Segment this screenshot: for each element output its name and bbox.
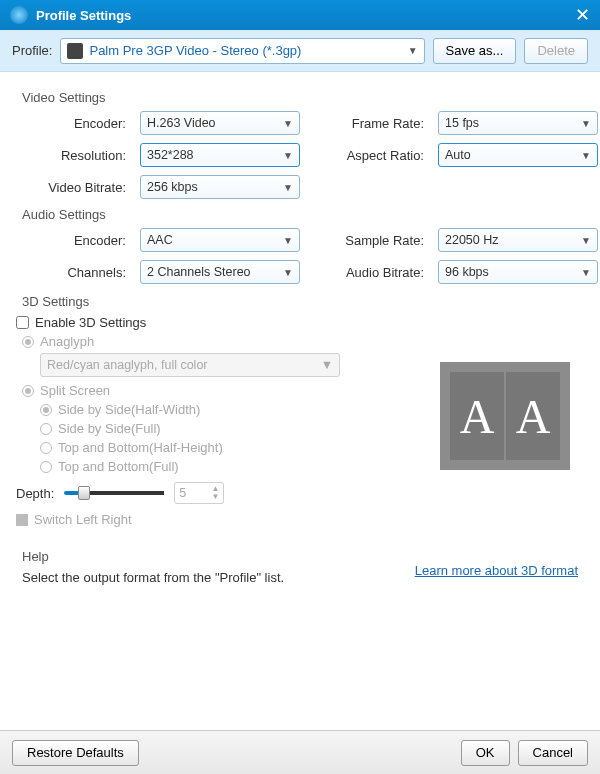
profile-value: Palm Pre 3GP Video - Stereo (*.3gp) [89, 43, 401, 58]
radio-icon [40, 461, 52, 473]
chevron-down-icon: ▼ [581, 150, 591, 161]
radio-icon [40, 442, 52, 454]
framerate-select[interactable]: 15 fps▼ [438, 111, 598, 135]
video-bitrate-select[interactable]: 256 kbps▼ [140, 175, 300, 199]
resolution-select[interactable]: 352*288▼ [140, 143, 300, 167]
channels-select[interactable]: 2 Channels Stereo▼ [140, 260, 300, 284]
profile-row: Profile: Palm Pre 3GP Video - Stereo (*.… [0, 30, 600, 72]
content: Video Settings Encoder: H.263 Video▼ Fra… [0, 72, 600, 730]
depth-spinner: 5▲▼ [174, 482, 224, 504]
enable-3d-input[interactable] [16, 316, 29, 329]
chevron-down-icon: ▼ [581, 267, 591, 278]
chevron-down-icon: ▼ [581, 235, 591, 246]
delete-button: Delete [524, 38, 588, 64]
enable-3d-checkbox[interactable]: Enable 3D Settings [16, 315, 584, 330]
footer: Restore Defaults OK Cancel [0, 730, 600, 774]
chevron-down-icon: ▼ [283, 267, 293, 278]
profile-label: Profile: [12, 43, 52, 58]
audio-encoder-label: Encoder: [16, 233, 126, 248]
video-encoder-select[interactable]: H.263 Video▼ [140, 111, 300, 135]
audio-section-title: Audio Settings [22, 207, 584, 222]
resolution-label: Resolution: [16, 148, 126, 163]
anaglyph-mode-select: Red/cyan anaglyph, full color▼ [40, 353, 340, 377]
video-section-title: Video Settings [22, 90, 584, 105]
profile-select[interactable]: Palm Pre 3GP Video - Stereo (*.3gp) ▼ [60, 38, 424, 64]
samplerate-label: Sample Rate: [314, 233, 424, 248]
framerate-label: Frame Rate: [314, 116, 424, 131]
device-icon [67, 43, 83, 59]
switch-lr-checkbox: Switch Left Right [16, 512, 584, 527]
chevron-down-icon: ▼ [283, 235, 293, 246]
aspect-label: Aspect Ratio: [314, 148, 424, 163]
channels-label: Channels: [16, 265, 126, 280]
anaglyph-radio: Anaglyph [22, 334, 584, 349]
depth-label: Depth: [16, 486, 54, 501]
ok-button[interactable]: OK [461, 740, 510, 766]
3d-section-title: 3D Settings [22, 294, 584, 309]
slider-knob[interactable] [78, 486, 90, 500]
radio-icon [40, 404, 52, 416]
radio-icon [22, 336, 34, 348]
chevron-down-icon: ▼ [581, 118, 591, 129]
radio-icon [22, 385, 34, 397]
audio-encoder-select[interactable]: AAC▼ [140, 228, 300, 252]
learn-more-link[interactable]: Learn more about 3D format [415, 563, 578, 578]
radio-icon [40, 423, 52, 435]
audio-bitrate-select[interactable]: 96 kbps▼ [438, 260, 598, 284]
chevron-down-icon: ▼ [321, 358, 333, 372]
video-bitrate-label: Video Bitrate: [16, 180, 126, 195]
chevron-down-icon: ▼ [283, 182, 293, 193]
chevron-down-icon: ▼ [283, 118, 293, 129]
restore-defaults-button[interactable]: Restore Defaults [12, 740, 139, 766]
help-section-title: Help [22, 549, 584, 564]
cancel-button[interactable]: Cancel [518, 740, 588, 766]
chevron-down-icon: ▼ [283, 150, 293, 161]
preview-right: A [506, 372, 560, 460]
checkbox-icon [16, 514, 28, 526]
preview-left: A [450, 372, 504, 460]
app-icon [10, 6, 28, 24]
aspect-select[interactable]: Auto▼ [438, 143, 598, 167]
close-icon[interactable]: ✕ [575, 4, 590, 26]
chevron-down-icon: ▼ [408, 45, 418, 56]
audio-bitrate-label: Audio Bitrate: [314, 265, 424, 280]
samplerate-select[interactable]: 22050 Hz▼ [438, 228, 598, 252]
titlebar: Profile Settings ✕ [0, 0, 600, 30]
encoder-label: Encoder: [16, 116, 126, 131]
depth-slider[interactable] [64, 491, 164, 495]
3d-preview-thumbnail: A A [440, 362, 570, 470]
spinner-arrows-icon: ▲▼ [211, 485, 219, 501]
window-title: Profile Settings [36, 8, 575, 23]
save-as-button[interactable]: Save as... [433, 38, 517, 64]
